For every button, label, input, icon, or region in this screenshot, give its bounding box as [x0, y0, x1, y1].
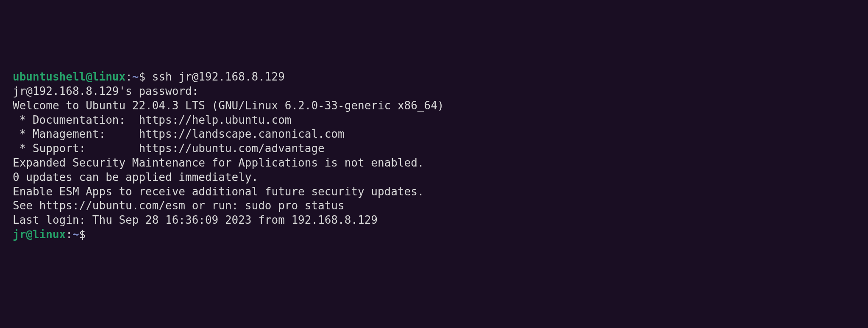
prompt-user: jr [13, 228, 26, 241]
prompt-at: @ [26, 228, 33, 241]
prompt-colon: : [125, 70, 132, 83]
ssh-command: ssh jr@192.168.8.129 [145, 70, 285, 83]
prompt-path: ~ [132, 70, 139, 83]
terminal-line-prompt-2: jr@linux:~$ [13, 228, 855, 242]
terminal-line-prompt-1: ubuntushell@linux:~$ ssh jr@192.168.8.12… [13, 70, 855, 84]
prompt-at: @ [86, 70, 92, 83]
prompt-dollar: $ [139, 70, 145, 83]
esm-status-line: Expanded Security Maintenance for Applic… [13, 156, 855, 170]
updates-line: 0 updates can be applied immediately. [13, 170, 855, 185]
password-prompt-line: jr@192.168.8.129's password: [13, 84, 855, 99]
prompt-dollar: $ [79, 228, 86, 241]
esm-enable-line: Enable ESM Apps to receive additional fu… [13, 185, 855, 199]
prompt-user: ubuntushell [13, 70, 86, 83]
esm-see-line: See https://ubuntu.com/esm or run: sudo … [13, 199, 855, 213]
documentation-line: * Documentation: https://help.ubuntu.com [13, 113, 855, 128]
support-line: * Support: https://ubuntu.com/advantage [13, 142, 855, 156]
prompt-host: linux [92, 70, 125, 83]
terminal-output[interactable]: ubuntushell@linux:~$ ssh jr@192.168.8.12… [13, 70, 855, 242]
welcome-line: Welcome to Ubuntu 22.04.3 LTS (GNU/Linux… [13, 99, 855, 113]
prompt-path: ~ [72, 228, 79, 241]
last-login-line: Last login: Thu Sep 28 16:36:09 2023 fro… [13, 213, 855, 228]
prompt-host: linux [33, 228, 66, 241]
prompt-colon: : [66, 228, 72, 241]
management-line: * Management: https://landscape.canonica… [13, 127, 855, 142]
